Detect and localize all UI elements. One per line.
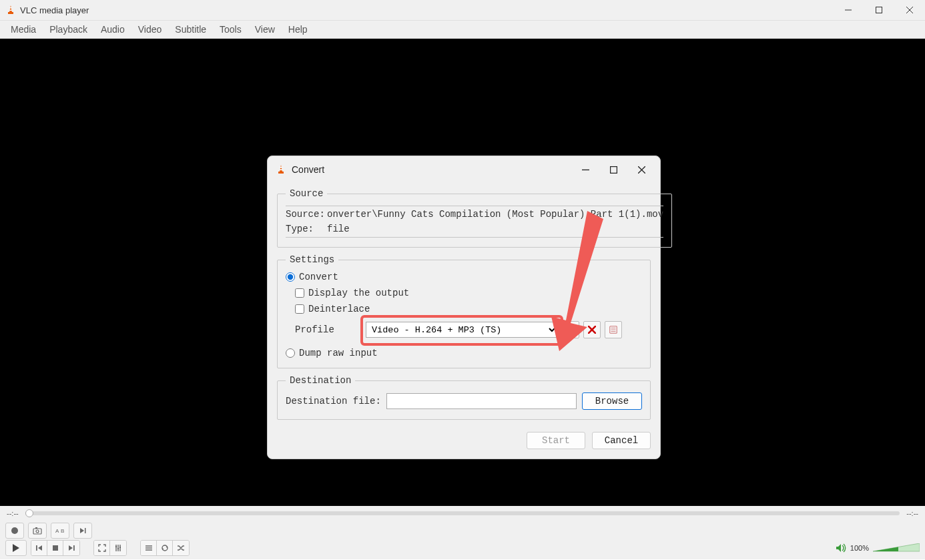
- svg-rect-32: [53, 545, 58, 551]
- svg-marker-46: [836, 544, 841, 552]
- destination-file-input[interactable]: [386, 393, 577, 409]
- source-box: Source: onverter\Funny Cats Compilation …: [286, 206, 663, 238]
- play-icon: [12, 543, 20, 553]
- menu-media[interactable]: Media: [4, 21, 43, 37]
- frame-step-button[interactable]: [73, 523, 92, 539]
- profile-label: Profile: [295, 324, 362, 335]
- menu-video[interactable]: Video: [131, 21, 169, 37]
- playlist-group: [140, 540, 190, 556]
- vlc-cone-icon: [276, 164, 286, 175]
- player-toolbar: AB 100%: [0, 521, 925, 559]
- record-button[interactable]: [5, 523, 24, 539]
- svg-marker-33: [69, 545, 73, 551]
- time-total[interactable]: --:--: [906, 509, 918, 517]
- svg-rect-9: [280, 170, 282, 171]
- dialog-title: Convert: [292, 164, 324, 175]
- menu-view[interactable]: View: [248, 21, 282, 37]
- destination-fieldset: Destination Destination file: Browse: [277, 375, 651, 420]
- previous-button[interactable]: [31, 541, 47, 555]
- svg-rect-8: [280, 167, 282, 168]
- display-output-checkbox[interactable]: [295, 288, 304, 298]
- wrench-icon: [566, 325, 575, 334]
- type-value: file: [327, 224, 663, 234]
- source-label: Source:: [286, 209, 327, 220]
- skip-next-icon: [67, 544, 75, 552]
- menu-playback[interactable]: Playback: [43, 21, 94, 37]
- atob-loop-button[interactable]: AB: [51, 523, 69, 539]
- convert-radio-row[interactable]: Convert: [286, 272, 642, 282]
- settings-legend: Settings: [286, 254, 338, 265]
- deinterlace-row[interactable]: Deinterlace: [295, 304, 642, 314]
- start-button[interactable]: Start: [527, 432, 585, 449]
- dialog-titlebar[interactable]: Convert: [268, 156, 660, 183]
- svg-marker-31: [38, 545, 42, 551]
- svg-point-23: [36, 530, 39, 533]
- snapshot-button[interactable]: [28, 523, 47, 539]
- seek-bar-row: --:-- --:--: [0, 506, 925, 521]
- svg-marker-27: [80, 528, 84, 533]
- menu-tools[interactable]: Tools: [213, 21, 248, 37]
- svg-rect-30: [36, 545, 37, 551]
- cancel-button[interactable]: Cancel: [592, 432, 651, 449]
- profile-select[interactable]: Video - H.264 + MP3 (TS): [366, 322, 558, 338]
- svg-rect-24: [35, 527, 37, 529]
- loop-button[interactable]: [157, 541, 173, 555]
- dump-raw-row[interactable]: Dump raw input: [286, 348, 642, 358]
- deinterlace-checkbox[interactable]: [295, 304, 304, 314]
- svg-rect-2: [9, 10, 12, 11]
- seek-thumb[interactable]: [25, 509, 33, 517]
- volume-slider[interactable]: [873, 543, 920, 553]
- display-output-row[interactable]: Display the output: [295, 288, 642, 298]
- loop-icon: [161, 544, 169, 552]
- dialog-close-button[interactable]: [635, 163, 648, 176]
- seek-slider[interactable]: [25, 511, 900, 515]
- ab-loop-icon: AB: [55, 527, 65, 535]
- browse-button[interactable]: Browse: [582, 392, 642, 410]
- menu-subtitle[interactable]: Subtitle: [168, 21, 213, 37]
- profile-delete-button[interactable]: [583, 321, 601, 338]
- svg-rect-40: [119, 547, 121, 548]
- svg-rect-1: [9, 7, 12, 9]
- playlist-icon: [145, 544, 153, 552]
- skip-previous-icon: [35, 544, 43, 552]
- fullscreen-icon: [98, 544, 106, 552]
- source-value: onverter\Funny Cats Compilation (Most Po…: [327, 209, 663, 220]
- profile-row: Profile Video - H.264 + MP3 (TS): [295, 321, 642, 338]
- profile-edit-button[interactable]: [562, 321, 579, 338]
- dump-raw-radio[interactable]: [286, 348, 295, 358]
- dialog-minimize-button[interactable]: [579, 163, 592, 176]
- dialog-maximize-button[interactable]: [607, 163, 620, 176]
- destination-legend: Destination: [286, 375, 355, 386]
- type-label: Type:: [286, 224, 327, 234]
- menu-help[interactable]: Help: [282, 21, 314, 37]
- convert-radio[interactable]: [286, 272, 295, 282]
- time-elapsed[interactable]: --:--: [7, 509, 19, 517]
- play-button[interactable]: [5, 540, 27, 556]
- svg-rect-22: [33, 529, 41, 534]
- dialog-title-left: Convert: [276, 164, 324, 175]
- window-maximize-button[interactable]: [864, 0, 894, 21]
- stop-button[interactable]: [47, 541, 63, 555]
- svg-marker-29: [13, 544, 19, 552]
- window-minimize-button[interactable]: [833, 0, 864, 21]
- next-button[interactable]: [63, 541, 79, 555]
- dialog-body: Source Source: onverter\Funny Cats Compi…: [268, 183, 660, 459]
- svg-rect-4: [876, 7, 882, 13]
- extended-settings-button[interactable]: [110, 541, 126, 555]
- new-profile-icon: [609, 325, 618, 334]
- svg-rect-11: [610, 166, 617, 173]
- camera-icon: [33, 527, 42, 535]
- window-titlebar: VLC media player: [0, 0, 925, 21]
- menu-audio[interactable]: Audio: [94, 21, 131, 37]
- shuffle-button[interactable]: [173, 541, 189, 555]
- svg-rect-39: [117, 548, 119, 549]
- playlist-button[interactable]: [141, 541, 157, 555]
- record-icon: [11, 527, 19, 535]
- delete-x-icon: [588, 326, 596, 334]
- svg-rect-38: [115, 546, 117, 547]
- fullscreen-button[interactable]: [94, 541, 110, 555]
- profile-new-button[interactable]: [605, 321, 622, 338]
- speaker-icon[interactable]: [836, 543, 846, 553]
- view-group: [93, 540, 127, 556]
- window-close-button[interactable]: [894, 0, 925, 21]
